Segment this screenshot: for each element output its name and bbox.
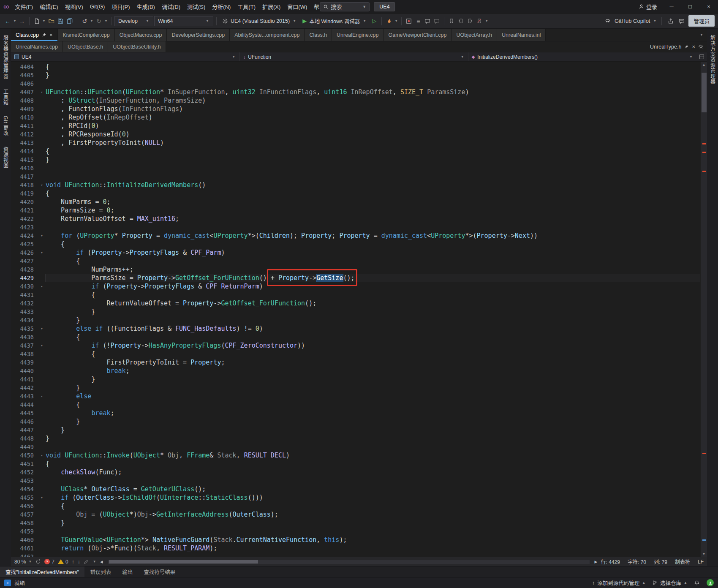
- document-tab[interactable]: Class.h: [305, 29, 332, 41]
- notifications-bell-icon[interactable]: [694, 580, 700, 586]
- code-line[interactable]: 4461 return (Obj->*Func)(Stack, RESULT_P…: [11, 544, 700, 553]
- code-line[interactable]: 4407▾UFunction::UFunction(UFunction* InS…: [11, 88, 700, 96]
- panel-tab[interactable]: 错误列表: [84, 566, 117, 577]
- new-file-icon[interactable]: [33, 16, 41, 26]
- bookmark-toggle-icon[interactable]: [447, 16, 456, 26]
- gear-icon[interactable]: [698, 44, 704, 49]
- search-box[interactable]: 搜索 ▼: [320, 2, 370, 11]
- code-line[interactable]: 4433 }: [11, 308, 700, 316]
- split-window-icon[interactable]: [696, 54, 707, 60]
- code-line[interactable]: 4454 UClass* OuterClass = GetOuterUClass…: [11, 485, 700, 493]
- save-icon[interactable]: [56, 16, 65, 26]
- uncomment-icon[interactable]: [432, 16, 441, 26]
- code-line[interactable]: 4443▾ else: [11, 392, 700, 400]
- eol-indicator[interactable]: LF: [698, 559, 704, 565]
- code-line[interactable]: 4417: [11, 172, 700, 181]
- code-line[interactable]: 4447 }: [11, 426, 700, 434]
- chevron-down-icon[interactable]: ▼: [104, 19, 108, 23]
- code-line[interactable]: 4451{: [11, 460, 700, 468]
- document-tab[interactable]: AbilitySyste...omponent.cpp: [230, 29, 305, 41]
- code-line[interactable]: 4428 NumParms++;: [11, 265, 700, 274]
- indent-indicator[interactable]: 制表符: [675, 558, 690, 565]
- fold-marker-icon[interactable]: ▾: [38, 324, 46, 333]
- fold-marker-icon[interactable]: ▾: [38, 181, 46, 189]
- document-tab[interactable]: UnrealEngine.cpp: [332, 29, 383, 41]
- scroll-up-icon[interactable]: ▲: [701, 63, 707, 67]
- code-line[interactable]: 4424▾ for (UProperty* Property = dynamic…: [11, 231, 700, 240]
- bookmarks-clear-icon[interactable]: [475, 16, 484, 26]
- code-line[interactable]: 4410 , RepOffset(InRepOffset): [11, 113, 700, 122]
- background-tasks-icon[interactable]: »: [4, 580, 11, 586]
- chevron-down-icon[interactable]: ▼: [42, 19, 46, 23]
- code-line[interactable]: 4434 }: [11, 316, 700, 324]
- breadcrumb-project-dropdown[interactable]: UE4 ▼: [11, 52, 239, 61]
- fold-marker-icon[interactable]: ▾: [38, 451, 46, 460]
- code-line[interactable]: 4408 : UStruct(InSuperFunction, ParamsSi…: [11, 96, 700, 105]
- zoom-dropdown[interactable]: 80 %▼: [14, 559, 32, 565]
- maximize-button[interactable]: □: [681, 0, 699, 14]
- document-tab[interactable]: GameViewportClient.cpp: [383, 29, 451, 41]
- document-tab[interactable]: DeveloperSettings.cpp: [167, 29, 230, 41]
- menu-item[interactable]: 文件(F): [12, 0, 37, 13]
- code-line[interactable]: 4457 Obj = (UObject*)Obj->GetInterfaceAd…: [11, 510, 700, 519]
- code-line[interactable]: 4453: [11, 476, 700, 485]
- code-line[interactable]: 4452 checkSlow(Func);: [11, 468, 700, 476]
- code-line[interactable]: 4435▾ else if ((FunctionFlags & FUNC_Has…: [11, 324, 700, 333]
- close-button[interactable]: ×: [699, 0, 718, 14]
- scroll-down-icon[interactable]: ▼: [701, 552, 707, 556]
- code-line[interactable]: 4425 {: [11, 240, 700, 248]
- menu-item[interactable]: 调试(D): [158, 0, 184, 13]
- startup-project-dropdown[interactable]: UE4 (Visual Studio 2015) ▼: [220, 16, 299, 26]
- solution-config-dropdown[interactable]: Develop▼: [114, 16, 153, 26]
- side-panel-tab[interactable]: 工具箱: [2, 85, 9, 109]
- navigate-back-icon[interactable]: ←: [3, 16, 12, 26]
- pin-icon[interactable]: [41, 33, 46, 38]
- code-line[interactable]: 4423: [11, 223, 700, 231]
- sync-icon[interactable]: [35, 559, 41, 564]
- panel-tab[interactable]: 查找符号结果: [138, 566, 181, 577]
- undo-icon[interactable]: ↺: [80, 16, 89, 26]
- fold-marker-icon[interactable]: ▾: [38, 88, 46, 96]
- code-line[interactable]: 4414{: [11, 147, 700, 155]
- warning-count[interactable]: 0: [58, 559, 68, 565]
- vertical-scrollbar[interactable]: ▲ ▼: [700, 62, 707, 557]
- code-line[interactable]: 4422 ReturnValueOffset = MAX_uint16;: [11, 215, 700, 223]
- bookmark-prev-icon[interactable]: [457, 16, 465, 26]
- chevron-down-icon[interactable]: ▼: [92, 560, 97, 564]
- code-line[interactable]: 4459: [11, 527, 700, 536]
- menu-item[interactable]: 扩展(X): [259, 0, 284, 13]
- pin-icon[interactable]: [684, 44, 689, 49]
- sign-in-button[interactable]: 登录: [634, 3, 662, 11]
- code-line[interactable]: 4413 , FirstPropertyToInit(NULL): [11, 139, 700, 147]
- menu-item[interactable]: 项目(P): [108, 0, 133, 13]
- side-panel-tab[interactable]: 资源视图: [2, 143, 9, 172]
- menu-item[interactable]: 分析(N): [209, 0, 234, 13]
- toolbar-overflow-icon[interactable]: ▼: [484, 19, 489, 23]
- bookmark-next-icon[interactable]: [466, 16, 474, 26]
- add-to-source-control-button[interactable]: ↑ 添加到源代码管理 ▲: [592, 579, 645, 587]
- scrollbar-thumb[interactable]: [109, 560, 258, 564]
- document-tab[interactable]: UObjectArray.h: [452, 29, 498, 41]
- code-line[interactable]: 4455▾ if (OuterClass->IsChildOf(UInterfa…: [11, 493, 700, 502]
- code-line[interactable]: 4450▾void UFunction::Invoke(UObject* Obj…: [11, 451, 700, 460]
- panel-tab[interactable]: 输出: [117, 566, 138, 577]
- open-folder-icon[interactable]: [47, 16, 55, 26]
- document-tab[interactable]: UnrealNames.inl: [497, 29, 546, 41]
- minimize-button[interactable]: ─: [662, 0, 681, 14]
- fold-marker-icon[interactable]: ▾: [38, 248, 46, 257]
- scroll-left-icon[interactable]: ◀: [100, 560, 103, 564]
- document-tab[interactable]: ObjectMacros.cpp: [115, 29, 167, 41]
- command-window-icon[interactable]: ≡: [414, 16, 422, 26]
- tab-list-icon[interactable]: ▼: [699, 33, 704, 37]
- menu-item[interactable]: 工具(T): [234, 0, 259, 13]
- code-line[interactable]: 4458 }: [11, 519, 700, 527]
- code-line[interactable]: 4406: [11, 79, 700, 88]
- edit-tracking-icon[interactable]: [84, 559, 89, 564]
- code-line[interactable]: 4427 {: [11, 257, 700, 265]
- fold-marker-icon[interactable]: ▾: [38, 392, 46, 400]
- code-line[interactable]: 4419{: [11, 189, 700, 198]
- code-line[interactable]: 4420 NumParms = 0;: [11, 198, 700, 206]
- code-line[interactable]: 4444 {: [11, 400, 700, 409]
- chevron-down-icon[interactable]: ▼: [13, 19, 17, 23]
- error-count[interactable]: ×7: [44, 559, 54, 565]
